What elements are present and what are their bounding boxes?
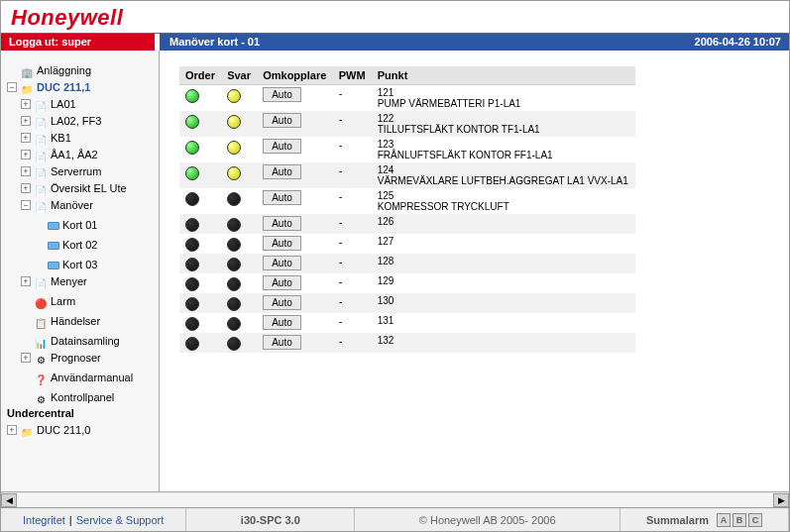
plus-icon[interactable]: + [21,99,31,109]
plus-icon[interactable]: + [21,166,31,176]
tree-item[interactable]: +KB1 [21,130,71,146]
minus-icon[interactable]: − [21,200,31,210]
order-led [185,115,199,129]
order-led [185,297,199,311]
auto-button[interactable]: Auto [263,87,301,102]
tree-item[interactable]: +LA02, FF3 [21,113,101,129]
order-led [185,337,199,351]
order-led [185,277,199,291]
minus-icon[interactable]: − [7,82,17,92]
auto-button[interactable]: Auto [263,190,301,205]
svar-led [227,141,241,155]
page-icon [34,98,48,110]
svar-led [227,297,241,311]
page-icon [34,199,48,211]
plus-icon[interactable]: + [21,116,31,126]
svar-led [227,277,241,291]
table-row: Auto-124VÄRMEVÄXLARE LUFTBEH.AGGREGAT LA… [179,162,635,188]
tree-duc[interactable]: − DUC 211,1 [7,79,90,95]
scroll-right-icon[interactable]: ▶ [773,493,789,507]
tree-item[interactable]: Användarmanual [21,370,133,385]
table-row: Auto-126 [179,214,635,234]
pwm-value: - [333,111,372,137]
scroll-left-icon[interactable]: ◀ [1,493,17,507]
punkt-cell: 126 [372,214,635,234]
punkt-cell: 122TILLUFTSFLÄKT KONTOR TF1-LA1 [372,111,635,137]
logout-link[interactable]: Logga ut: super [1,34,155,51]
alarm-badge[interactable]: B [733,513,746,527]
plus-icon[interactable]: + [21,276,31,286]
punkt-cell: 131 [372,313,635,333]
auto-button[interactable]: Auto [263,295,301,310]
copyright-label: © Honeywell AB 2005- 2006 [355,508,621,531]
tree-item[interactable]: Kontrollpanel [21,389,114,405]
event-icon [34,315,48,327]
order-led [185,192,199,206]
svar-led [227,166,241,180]
sidebar: Anläggning − DUC 211,1 +LA01+LA02, FF3+K… [1,51,160,491]
punkt-cell: 128 [372,254,635,273]
auto-button[interactable]: Auto [263,256,301,270]
tree-item[interactable]: +Serverrum [21,163,101,179]
table-row: Auto-129 [179,273,635,293]
help-icon [34,372,48,383]
auto-button[interactable]: Auto [263,216,301,231]
pwm-value: - [333,234,372,254]
tree-item[interactable]: Larm [21,293,75,309]
auto-button[interactable]: Auto [263,275,301,290]
auto-button[interactable]: Auto [263,164,301,179]
pwm-value: - [333,85,372,112]
tree-item[interactable]: +Menyer [21,273,87,289]
auto-button[interactable]: Auto [263,113,301,128]
punkt-cell: 123FRÅNLUFTSFLÄKT KONTOR FF1-LA1 [372,137,635,162]
auto-button[interactable]: Auto [263,236,301,251]
horizontal-scrollbar[interactable]: ◀ ▶ [1,491,789,507]
page-title: Manöver kort - 01 [160,34,660,51]
svar-led [227,192,241,206]
service-support-link[interactable]: Service & Support [76,514,165,526]
tree-root[interactable]: Anläggning [7,62,91,78]
auto-button[interactable]: Auto [263,139,301,154]
pwm-value: - [333,162,372,188]
integritet-link[interactable]: Integritet [23,514,65,526]
pwm-value: - [333,137,372,162]
punkt-cell: 127 [372,234,635,254]
prog-icon [34,352,48,364]
alarm-badge[interactable]: C [748,513,762,527]
tree-undercentral[interactable]: Undercentral [7,405,74,421]
table-row: Auto-131 [179,313,635,333]
plus-icon[interactable]: + [21,353,31,363]
table-row: Auto-123FRÅNLUFTSFLÄKT KONTOR FF1-LA1 [179,137,635,162]
table-row: Auto-121PUMP VÄRMEBATTERI P1-LA1 [179,85,635,112]
nav-tree: Anläggning − DUC 211,1 +LA01+LA02, FF3+K… [5,58,157,438]
tree-item[interactable]: Datainsamling [21,333,120,349]
col-order: Order [179,66,221,85]
tree-item[interactable]: −Manöver [21,197,93,213]
tree-card[interactable]: Kort 01 [35,217,97,233]
auto-button[interactable]: Auto [263,335,301,350]
page-icon [34,115,48,127]
order-led [185,141,199,155]
tree-card[interactable]: Kort 03 [35,257,97,272]
tree-item[interactable]: +ÅA1, ÅA2 [21,147,98,162]
table-row: Auto-132 [179,333,635,353]
io-table: Order Svar Omkopplare PWM Punkt Auto-121… [179,66,635,353]
panel-icon [34,391,48,403]
tree-item[interactable]: +Prognoser [21,350,101,366]
datetime-display: 2006-04-26 10:07 [660,34,789,51]
tree-duc2[interactable]: + DUC 211,0 [7,422,90,438]
alarm-icon [34,295,48,307]
alarm-badge[interactable]: A [717,513,731,527]
tree-item[interactable]: +LA01 [21,96,76,112]
order-led [185,166,199,180]
tree-card[interactable]: Kort 02 [35,237,97,253]
plus-icon[interactable]: + [21,133,31,143]
tree-item[interactable]: Händelser [21,313,100,329]
plus-icon[interactable]: + [21,150,31,160]
plus-icon[interactable]: + [21,183,31,193]
auto-button[interactable]: Auto [263,315,301,330]
punkt-cell: 124VÄRMEVÄXLARE LUFTBEH.AGGREGAT LA1 VVX… [372,162,635,188]
plus-icon[interactable]: + [7,425,17,435]
tree-item[interactable]: +Översikt EL Ute [21,180,127,196]
page-icon [34,165,48,177]
